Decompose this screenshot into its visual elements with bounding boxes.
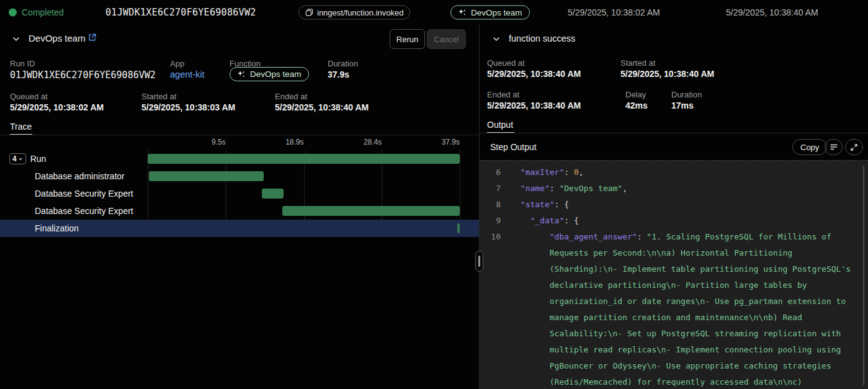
cancel-button[interactable]: Cancel (427, 29, 466, 49)
trace-row[interactable]: Database administrator (0, 168, 479, 185)
expand-icon (850, 143, 858, 151)
trace-waterfall: 9.5s18.9s28.4s37.9s 4RunDatabase adminis… (0, 135, 479, 389)
panes: DevOps team Rerun Cancel Run ID 01JWDK1X… (0, 25, 868, 389)
duration-value: 37.9s (328, 69, 349, 79)
event-icon (305, 9, 313, 17)
token-str: "1. Scaling PostgreSQL for Millions of R… (550, 232, 856, 389)
token-key: "dba_agent_answer" (550, 232, 637, 241)
collapse-chevron-icon[interactable] (11, 34, 21, 44)
code-line: 10"dba_agent_answer": "1. Scaling Postgr… (480, 229, 868, 389)
line-content: "dba_agent_answer": "1. Scaling PostgreS… (516, 229, 852, 389)
token-key: "maxIter" (521, 168, 564, 177)
tab-trace[interactable]: Trace (10, 122, 32, 132)
step-duration-label: Duration (671, 90, 702, 99)
trace-row-bars (148, 185, 460, 202)
topbar: Completed 01JWDK1XE6C270F6YE69086VW2 inn… (0, 0, 868, 25)
trace-span-bar[interactable] (148, 154, 460, 164)
status-completed-dot-icon (9, 9, 17, 17)
token-p: : { (564, 216, 578, 225)
event-type-label: inngest/function.invoked (317, 8, 403, 17)
run-id-label: Run ID (10, 59, 35, 68)
trace-row[interactable]: Database Security Expert (0, 185, 479, 202)
line-content: "name": "DevOps team", (516, 181, 627, 197)
trace-row-label: Database administrator (35, 171, 125, 181)
line-number: 7 (480, 181, 501, 197)
step-output-code[interactable]: 6"maxIter": 0,7"name": "DevOps team",8"s… (480, 160, 868, 389)
rerun-button[interactable]: Rerun (390, 29, 425, 49)
code-scrollbar[interactable] (863, 166, 864, 385)
duration-label: Duration (328, 59, 358, 68)
trace-row[interactable]: 4Run (0, 150, 479, 168)
token-p: : (550, 184, 560, 193)
app-link[interactable]: agent-kit (170, 69, 205, 79)
code-line: 9"_data": { (480, 213, 868, 229)
token-num: 0 (574, 168, 579, 177)
app-label: App (170, 59, 184, 68)
token-p: , (622, 184, 627, 193)
expand-button[interactable] (845, 139, 863, 155)
trace-row-labels: Finalization (0, 220, 148, 237)
event-type-badge[interactable]: inngest/function.invoked (298, 6, 410, 20)
started-at-value: 5/29/2025, 10:38:03 AM (141, 102, 235, 112)
step-detail-pane: function success Queued at 5/29/2025, 10… (480, 25, 868, 389)
queued-at-label: Queued at (10, 92, 48, 101)
ended-at-label: Ended at (275, 92, 307, 101)
step-started-value: 5/29/2025, 10:38:40 AM (620, 69, 714, 79)
step-ended-value: 5/29/2025, 10:38:40 AM (487, 101, 581, 110)
step-ended-label: Ended at (487, 90, 519, 99)
step-output-header: Step Output Copy (480, 135, 868, 160)
step-delay-label: Delay (625, 90, 646, 99)
token-key: "name" (521, 184, 550, 193)
sparkle-icon (458, 8, 467, 17)
grip-icon (478, 256, 480, 267)
trace-span-bar[interactable] (149, 171, 264, 181)
trace-row[interactable]: Finalization (0, 220, 479, 237)
queued-at-value: 5/29/2025, 10:38:02 AM (10, 102, 104, 112)
token-p: , (579, 168, 584, 177)
trace-row-labels: Database administrator (0, 168, 148, 185)
line-number: 8 (480, 197, 501, 213)
started-at-label: Started at (141, 92, 176, 101)
function-value-badge[interactable]: DevOps team (230, 67, 309, 81)
tabs-border (480, 133, 868, 133)
token-p: : (564, 168, 574, 177)
ended-at-value: 5/29/2025, 10:38:40 AM (275, 102, 369, 112)
copy-button[interactable]: Copy (792, 139, 827, 155)
function-badge[interactable]: DevOps team (450, 6, 530, 20)
trace-time-axis: 9.5s18.9s28.4s37.9s (148, 135, 460, 150)
trace-span-bar[interactable] (457, 223, 460, 233)
step-output-title: Step Output (490, 142, 537, 152)
token-str: "DevOps team" (559, 184, 622, 193)
trace-row-label: Database Security Expert (35, 206, 133, 216)
line-number: 9 (480, 213, 501, 229)
trace-row[interactable]: Database Security Expert (0, 202, 479, 220)
external-link-icon[interactable] (87, 33, 97, 42)
trace-row-labels: Database Security Expert (0, 202, 148, 220)
trace-row-bars (148, 220, 460, 237)
step-title: function success (509, 34, 575, 43)
trace-rows: 4RunDatabase administratorDatabase Secur… (0, 150, 479, 237)
axis-tick-label: 37.9s (442, 138, 460, 146)
token-p: : { (555, 200, 569, 209)
trace-row-bars (148, 168, 460, 185)
function-value-label: DevOps team (250, 69, 302, 79)
step-started-label: Started at (620, 58, 655, 68)
child-count-badge[interactable]: 4 (9, 153, 26, 164)
trace-span-bar[interactable] (262, 189, 284, 199)
function-badge-label: DevOps team (471, 8, 522, 17)
word-wrap-icon (830, 143, 838, 151)
trace-span-bar[interactable] (282, 206, 460, 216)
step-queued-value: 5/29/2025, 10:38:40 AM (487, 69, 581, 79)
pane-resize-handle[interactable] (475, 251, 483, 272)
trace-row-labels: Database Security Expert (0, 185, 148, 202)
topbar-queued-time: 5/29/2025, 10:38:02 AM (568, 7, 660, 17)
run-title: DevOps team (29, 33, 86, 43)
chevron-down-icon (18, 156, 23, 161)
trace-row-labels: 4Run (0, 150, 148, 168)
sparkle-icon (237, 70, 246, 79)
step-delay-value: 42ms (625, 101, 648, 110)
collapse-chevron-icon[interactable] (491, 34, 501, 44)
tab-output[interactable]: Output (487, 120, 513, 130)
run-detail-pane: DevOps team Rerun Cancel Run ID 01JWDK1X… (0, 25, 479, 389)
word-wrap-button[interactable] (825, 139, 843, 155)
